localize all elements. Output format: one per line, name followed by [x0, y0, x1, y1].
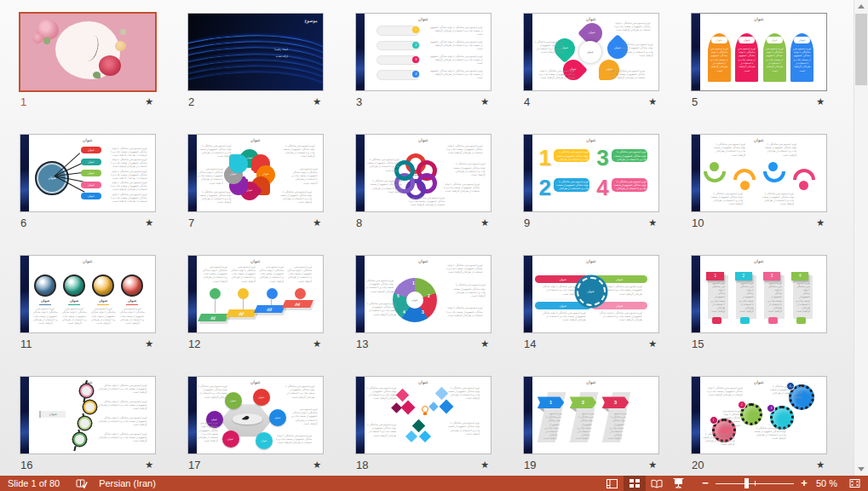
shape: لورم ایپسوم متن ساختگی با تولید سادگی نا… — [61, 307, 87, 328]
slide-thumbnail-9[interactable]: عنوان1لورم ایپسوم متن ساختگی با تولید سا… — [523, 134, 659, 236]
slide-thumbnail-4[interactable]: عنوانعنوانعنوانعنوانعنوانعنوانعنوانلورم … — [523, 13, 659, 115]
slide-thumbnail-10[interactable]: عنوانلورم ایپسوم متن ساختگی با تولید ساد… — [691, 134, 827, 236]
slide-thumbnail-7[interactable]: عنوانعنوانعنوانعنوانعنوانلورم ایپسوم متن… — [187, 134, 324, 236]
scroll-down-button[interactable] — [854, 463, 868, 476]
shape: لورم ایپسوم متن ساختگی با تولید سادگی نا… — [708, 192, 743, 209]
slide-canvas-19[interactable]: عنوان1لورم ایپسوم متن ساختگی با تولید سا… — [523, 376, 659, 454]
shape — [80, 384, 93, 397]
zoom-out-button[interactable]: − — [698, 476, 712, 491]
shape: عنوان — [383, 137, 464, 142]
slide-thumbnail-3[interactable]: عنوان1لورم ایپسوم متن ساختگی با تولید سا… — [355, 13, 491, 115]
shape: لورم ایپسوم متن ساختگی با تولید سادگی نا… — [612, 150, 647, 161]
slide-thumbnail-1[interactable]: 1★ — [20, 13, 156, 115]
shape: لورم ایپسوم متن ساختگی با تولید سادگی نا… — [703, 432, 735, 449]
slide-canvas-10[interactable]: عنوانلورم ایپسوم متن ساختگی با تولید ساد… — [691, 134, 827, 212]
shape: لورم ایپسوم متن ساختگی با تولید سادگی نا… — [428, 69, 482, 79]
slide-canvas-18[interactable]: عنوانلورم ایپسوم متن ساختگی با تولید ساد… — [355, 376, 491, 454]
slide-canvas-17[interactable]: عنوانعنوانعنوانعنوانعنوانعنوانعنوانلورم … — [187, 376, 324, 454]
shape: عنوان — [551, 258, 632, 263]
slide-canvas-8[interactable]: عنوانعنوانلورم ایپسوم متن ساختگی با تولی… — [355, 134, 491, 212]
shape: عنوان — [794, 37, 810, 43]
slide-thumbnail-8[interactable]: عنوانعنوانلورم ایپسوم متن ساختگی با تولی… — [355, 134, 491, 236]
slideshow-button[interactable] — [668, 476, 690, 491]
shape: عنوان — [711, 37, 727, 43]
slide-thumbnail-6[interactable]: عنوانعنوانعنوانلورم ایپسوم متن ساختگی با… — [20, 134, 156, 236]
slide-canvas-4[interactable]: عنوانعنوانعنوانعنوانعنوانعنوانعنوانلورم … — [523, 13, 659, 91]
vertical-scrollbar[interactable] — [854, 0, 868, 476]
slide-thumbnail-15[interactable]: عنوانلورم ایپسوم متن ساختگی با تولید ساد… — [691, 255, 827, 357]
slide-canvas-13[interactable]: عنوانعنوان12345لورم ایپسوم متن ساختگی با… — [355, 255, 491, 333]
slide-thumbnail-16[interactable]: عنوانلورم ایپسوم متن ساختگی با تولید ساد… — [20, 376, 156, 476]
transition-star-icon: ★ — [816, 218, 825, 228]
slide-thumbnail-17[interactable]: عنوانعنوانعنوانعنوانعنوانعنوانعنوانلورم … — [187, 376, 324, 476]
shape — [763, 171, 785, 182]
slide-number: 8 — [356, 217, 362, 229]
slide-thumbnail-18[interactable]: عنوانلورم ایپسوم متن ساختگی با تولید ساد… — [355, 376, 491, 476]
shape: لورم ایپسوم متن ساختگی با تولید سادگی نا… — [283, 144, 315, 161]
shape: لورم ایپسوم متن ساختگی با تولید سادگی نا… — [445, 144, 482, 158]
status-language[interactable]: Persian (Iran) — [99, 478, 156, 488]
zoom-slider[interactable] — [716, 476, 794, 491]
slide-thumbnail-13[interactable]: عنوانعنوان12345لورم ایپسوم متن ساختگی با… — [355, 255, 491, 357]
slide-thumbnail-5[interactable]: عنوانعنوانلورم ایپسوم متن ساختگی با تولی… — [691, 13, 827, 115]
slide-thumbnail-19[interactable]: عنوان1لورم ایپسوم متن ساختگی با تولید سا… — [523, 376, 659, 476]
shape: لورم ایپسوم متن ساختگی با تولید سادگی نا… — [202, 265, 227, 285]
spellcheck-icon[interactable] — [73, 476, 90, 491]
fit-to-window-button[interactable] — [846, 476, 863, 491]
slide-thumbnail-12[interactable]: عنوانلورم ایپسوم متن ساختگی با تولید ساد… — [187, 255, 324, 357]
shape: لورم ایپسوم متن ساختگی با تولید سادگی نا… — [445, 263, 482, 279]
slide-canvas-7[interactable]: عنوانعنوانعنوانعنوانعنوانلورم ایپسوم متن… — [187, 134, 324, 212]
shape: 1 — [706, 272, 724, 280]
slide-canvas-3[interactable]: عنوان1لورم ایپسوم متن ساختگی با تولید سا… — [355, 13, 491, 91]
zoom-in-button[interactable]: + — [797, 476, 811, 491]
zoom-slider-thumb[interactable] — [744, 478, 749, 488]
slide-canvas-2[interactable]: موضوعاستاد راهنماارائه دهنده — [187, 13, 324, 91]
slide-thumbnail-11[interactable]: عنوانعنوانلورم ایپسوم متن ساختگی با تولی… — [20, 255, 156, 357]
slide-sorter-view-button[interactable] — [624, 476, 646, 491]
slide-sorter-grid: 1★موضوعاستاد راهنماارائه دهنده2★عنوان1لو… — [0, 0, 854, 476]
slide-thumbnail-20[interactable]: عنوان1234لورم ایپسوم متن ساختگی با تولید… — [691, 376, 827, 476]
slide-canvas-11[interactable]: عنوانعنوانلورم ایپسوم متن ساختگی با تولی… — [20, 255, 156, 333]
slide-thumbnail-2[interactable]: موضوعاستاد راهنماارائه دهنده2★ — [187, 13, 324, 115]
slide-canvas-1[interactable] — [20, 13, 156, 91]
shape: لورم ایپسوم متن ساختگی با تولید سادگی نا… — [367, 302, 397, 319]
shape — [92, 274, 114, 297]
shape — [210, 288, 221, 299]
shape: 4 — [791, 272, 809, 280]
shape: عنوان — [383, 379, 464, 384]
shape: عنوان — [216, 137, 296, 142]
zoom-slider-notch — [755, 481, 756, 486]
zoom-percentage[interactable]: 50 % — [816, 478, 837, 488]
shape: 1 — [538, 147, 550, 169]
scroll-up-button[interactable] — [854, 0, 868, 13]
shape: موضوع — [305, 18, 318, 23]
shape: عنوان — [48, 258, 129, 263]
slide-meta: 5★ — [691, 91, 827, 108]
status-bar: Slide 1 of 80 Persian (Iran) − + 50 % — [0, 476, 868, 491]
slide-canvas-5[interactable]: عنوانعنوانلورم ایپسوم متن ساختگی با تولی… — [691, 13, 827, 91]
slide-thumbnail-14[interactable]: عنوانعنوانلورم ایپسوم متن ساختگی با تولی… — [523, 255, 659, 357]
shape — [120, 29, 126, 35]
slide-canvas-16[interactable]: عنوانلورم ایپسوم متن ساختگی با تولید ساد… — [20, 376, 156, 454]
shape: لورم ایپسوم متن ساختگی با تولید سادگی نا… — [716, 409, 739, 428]
scrollbar-thumb[interactable] — [855, 14, 867, 85]
normal-view-button[interactable] — [601, 476, 624, 491]
reading-view-button[interactable] — [646, 476, 668, 491]
slide-canvas-20[interactable]: عنوان1234لورم ایپسوم متن ساختگی با تولید… — [691, 376, 827, 454]
slide-canvas-9[interactable]: عنوان1لورم ایپسوم متن ساختگی با تولید سا… — [523, 134, 659, 212]
shape — [793, 169, 815, 180]
shape — [229, 154, 248, 173]
shape — [710, 162, 719, 171]
slide-canvas-6[interactable]: عنوانعنوانعنوانلورم ایپسوم متن ساختگی با… — [20, 134, 156, 212]
normal-view-icon — [606, 479, 618, 488]
shape: لورم ایپسوم متن ساختگی با تولید سادگی نا… — [703, 386, 743, 405]
shape — [401, 400, 416, 414]
slide-meta: 16★ — [20, 454, 156, 471]
slide-canvas-12[interactable]: عنوانلورم ایپسوم متن ساختگی با تولید ساد… — [187, 255, 324, 333]
shape — [295, 288, 306, 299]
slide-canvas-14[interactable]: عنوانعنوانلورم ایپسوم متن ساختگی با تولی… — [523, 255, 659, 333]
shape: لورم ایپسوم متن ساختگی با تولید سادگی نا… — [442, 182, 480, 196]
slide-canvas-15[interactable]: عنوانلورم ایپسوم متن ساختگی با تولید ساد… — [691, 255, 827, 333]
shape: لورم ایپسوم متن ساختگی با تولید سادگی نا… — [612, 180, 647, 191]
slide-number: 9 — [524, 217, 530, 229]
